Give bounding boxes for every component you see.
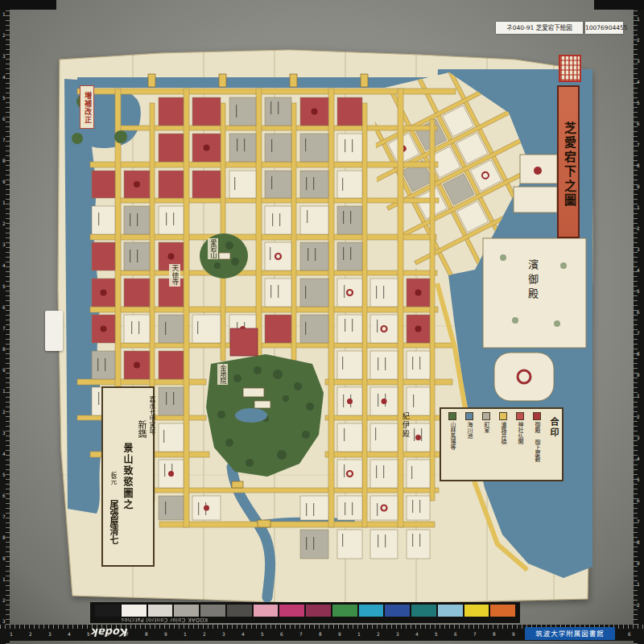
- scanner-corner-mark: [594, 0, 644, 10]
- archival-number: 10076904455: [585, 22, 623, 34]
- legend-label: 海川池: [465, 422, 473, 439]
- legend-label: 町家: [482, 422, 490, 433]
- kodak-patch: [227, 605, 252, 617]
- scanned-map-page: 増補改正 芝愛宕下之圖 濱御殿 紀伊殿 天徳寺 金地院 愛宕山 御殿 御上屋敷神…: [0, 0, 644, 644]
- colophon-shinsen: 新鐫: [134, 420, 147, 560]
- legend-entry: 町家: [479, 412, 493, 477]
- legend-swatch: [499, 412, 507, 420]
- colophon-artist: 景山致慾圖之: [121, 443, 134, 560]
- kodak-patch: [490, 605, 515, 617]
- edition-note: 増補改正: [80, 85, 94, 129]
- ruler-left: 123456789123456789123456789123: [0, 0, 10, 644]
- library-label: 筑波大学附属図書館: [525, 627, 615, 640]
- kodak-patch: [464, 605, 489, 617]
- label-atagoyama: 愛宕山: [208, 238, 218, 259]
- legend-swatch: [482, 412, 490, 420]
- legend-entry: 神社仏閣: [513, 412, 527, 477]
- legend-label: 道路并橋: [499, 422, 507, 444]
- legend-label: 神社仏閣: [516, 422, 524, 444]
- kodak-patch: [95, 605, 120, 617]
- label-tentokuji: 天徳寺: [169, 264, 180, 287]
- colophon-publisher-name: 尾張屋清七: [108, 500, 118, 544]
- kodak-patch: [174, 605, 199, 617]
- legend-entry: 道路并橋: [496, 412, 510, 477]
- legend-label: 山林馬場等: [448, 422, 456, 450]
- kodak-patch: [385, 605, 410, 617]
- kodak-patch: [254, 605, 279, 617]
- colophon: 嘉永七甲寅年 新鐫 景山致慾圖之 板元 尾張屋清七: [101, 386, 155, 567]
- map-title-cartouche: 芝愛宕下之圖: [557, 85, 580, 238]
- kodak-brand: Kodak: [92, 626, 129, 638]
- kodak-caption: KODAK Color Control Patches: [121, 617, 208, 623]
- legend-items: 御殿 御上屋敷神社仏閣道路并橋町家海川池山林馬場等: [445, 412, 544, 477]
- legend-swatch: [516, 412, 524, 420]
- archival-code-title: ネ040-91 芝愛宕下絵図: [496, 22, 583, 34]
- label-kiidono: 紀伊殿: [401, 412, 411, 439]
- legend-label: 御殿 御上屋敷: [533, 422, 541, 462]
- legend-swatch: [448, 412, 456, 420]
- colophon-publisher: 板元 尾張屋清七: [105, 472, 121, 560]
- collection-seal: [559, 55, 581, 82]
- legend-header: 合印: [544, 412, 560, 477]
- kodak-patch: [148, 605, 173, 617]
- kodak-patch: [122, 605, 147, 617]
- map-legend: 御殿 御上屋敷神社仏閣道路并橋町家海川池山林馬場等 合印: [440, 407, 564, 481]
- temple-compound: [230, 328, 258, 356]
- kodak-patch: [359, 605, 384, 617]
- paper-tab: [45, 311, 63, 351]
- legend-swatch: [465, 412, 473, 420]
- colophon-era: 嘉永七甲寅年: [147, 396, 156, 560]
- legend-entry: 御殿 御上屋敷: [530, 412, 544, 477]
- garden-pond: [235, 408, 267, 423]
- legend-entry: 海川池: [462, 412, 477, 477]
- archival-label: ネ040-91 芝愛宕下絵図 10076904455: [496, 22, 623, 34]
- legend-swatch: [533, 412, 541, 420]
- kodak-patch: [279, 605, 304, 617]
- colophon-hanmoto-label: 板元: [109, 472, 117, 485]
- kodak-patch: [332, 605, 357, 617]
- legend-entry: 山林馬場等: [445, 412, 460, 477]
- map-drawing: [0, 0, 644, 644]
- kodak-patch: [306, 605, 331, 617]
- scanner-corner-mark: [0, 0, 56, 10]
- label-hamagoten: 濱御殿: [525, 259, 540, 303]
- kodak-patch: [438, 605, 463, 617]
- kodak-patch: [200, 605, 225, 617]
- ruler-right: 123456789123456789123456789123: [634, 0, 644, 644]
- label-konchiin: 金地院: [217, 364, 228, 385]
- kodak-patch: [411, 605, 436, 617]
